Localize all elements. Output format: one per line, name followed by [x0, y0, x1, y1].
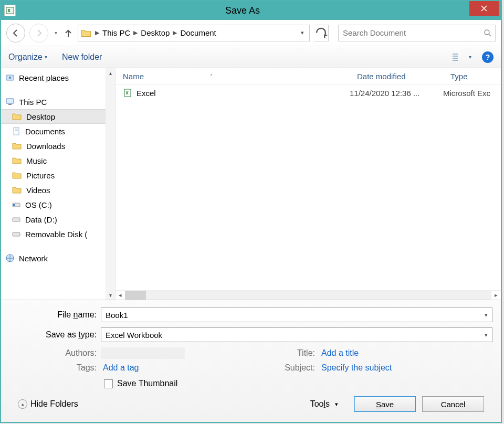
dialog-footer: ▴ Hide Folders Tools ▾ Save Cancel	[9, 391, 492, 417]
network-icon	[5, 253, 15, 263]
tree-music[interactable]: Music	[1, 153, 106, 168]
breadcrumb-bar[interactable]: ▶ This PC ▶ Desktop ▶ Document ▾	[78, 25, 310, 41]
up-button[interactable]	[63, 28, 74, 38]
breadcrumb-this-pc[interactable]: This PC	[100, 28, 132, 37]
save-thumbnail-checkbox[interactable]	[104, 379, 113, 388]
computer-icon	[5, 97, 15, 107]
back-button[interactable]	[6, 24, 25, 43]
tree-drive-d[interactable]: Data (D:)	[1, 212, 106, 227]
scroll-down-icon[interactable]: ▾	[109, 290, 112, 300]
tree-recent-places[interactable]: Recent places	[1, 70, 106, 85]
column-name[interactable]: Name ˄	[116, 72, 350, 81]
scroll-left-icon[interactable]: ◂	[116, 292, 125, 299]
tree-documents[interactable]: Documents	[1, 124, 106, 139]
body: Recent places This PC Desktop Documents	[1, 68, 501, 300]
hide-folders-button[interactable]: Hide Folders	[30, 399, 78, 409]
file-list: Name ˄ Date modified Type Excel 11/24/20…	[116, 68, 501, 300]
scroll-up-icon[interactable]: ▴	[109, 68, 112, 78]
search-input[interactable]	[342, 28, 484, 38]
tree-desktop[interactable]: Desktop	[1, 109, 106, 124]
folder-icon	[12, 141, 22, 151]
recent-places-icon	[5, 73, 15, 82]
svg-rect-11	[14, 128, 19, 135]
save-thumbnail-label: Save Thumbnail	[117, 379, 177, 388]
folder-icon	[12, 155, 22, 166]
subject-label: Subject:	[270, 363, 315, 373]
excel-app-icon	[4, 5, 16, 16]
svg-rect-19	[124, 89, 131, 97]
scrollbar-thumb[interactable]	[125, 291, 146, 300]
column-type[interactable]: Type	[443, 72, 501, 81]
sort-indicator-icon: ˄	[210, 73, 213, 79]
chevron-down-icon: ▾	[335, 401, 338, 408]
collapse-icon[interactable]: ▴	[18, 399, 27, 409]
chevron-down-icon: ▾	[45, 54, 47, 60]
saveastype-dropdown[interactable]: Excel Workbook ▾	[101, 327, 492, 342]
folder-icon	[12, 185, 22, 195]
filename-input[interactable]: Book1 ▾	[101, 308, 492, 322]
scroll-right-icon[interactable]: ▸	[491, 292, 501, 299]
toolbar: Organize ▾ New folder ▾ ?	[1, 46, 501, 68]
drive-icon	[12, 215, 21, 224]
breadcrumb-desktop[interactable]: Desktop	[139, 28, 172, 37]
subject-field[interactable]: Specify the subject	[319, 362, 403, 374]
file-row[interactable]: Excel 11/24/2020 12:36 ... Microsoft Exc	[116, 85, 501, 101]
search-box[interactable]	[338, 25, 496, 41]
authors-field[interactable]	[101, 347, 185, 359]
close-button[interactable]	[469, 1, 499, 16]
new-folder-button[interactable]: New folder	[62, 52, 102, 62]
tools-menu[interactable]: Tools ▾	[310, 399, 338, 409]
documents-icon	[12, 126, 21, 136]
svg-rect-1	[10, 8, 13, 13]
file-name: Excel	[136, 89, 156, 98]
cancel-button[interactable]: Cancel	[422, 396, 484, 412]
navigation-tree: Recent places This PC Desktop Documents	[1, 68, 116, 300]
title-bar: Save As	[1, 1, 501, 20]
chevron-down-icon[interactable]: ▾	[485, 312, 488, 319]
svg-point-8	[9, 77, 11, 79]
column-date[interactable]: Date modified	[350, 72, 443, 81]
tree-removable-disk[interactable]: Removable Disk (	[1, 227, 106, 241]
drive-icon	[12, 200, 21, 209]
refresh-button[interactable]	[314, 25, 329, 41]
save-button[interactable]: Save	[354, 396, 416, 412]
file-rows: Excel 11/24/2020 12:36 ... Microsoft Exc	[116, 85, 501, 290]
navigation-bar: ▾ ▶ This PC ▶ Desktop ▶ Document ▾	[1, 20, 501, 46]
saveastype-label: Save as type:	[9, 330, 97, 340]
drive-icon	[12, 229, 21, 239]
save-as-dialog: Save As ▾ ▶ This PC ▶ Desktop ▶ Document…	[0, 0, 502, 423]
history-dropdown[interactable]: ▾	[52, 30, 59, 36]
svg-rect-9	[6, 99, 14, 103]
help-button[interactable]: ?	[482, 51, 494, 63]
breadcrumb-dropdown[interactable]: ▾	[301, 29, 304, 36]
tree-videos[interactable]: Videos	[1, 183, 106, 197]
title-field[interactable]: Add a title	[319, 347, 403, 359]
title-label: Title:	[270, 348, 315, 358]
tree-downloads[interactable]: Downloads	[1, 139, 106, 153]
svg-rect-15	[13, 204, 15, 206]
dialog-title: Save As	[16, 5, 469, 16]
tree-drive-c[interactable]: OS (C:)	[1, 197, 106, 212]
tree-network[interactable]: Network	[1, 251, 106, 266]
organize-menu[interactable]: Organize ▾	[8, 52, 47, 62]
tree-scrollbar[interactable]: ▴ ▾	[106, 68, 115, 300]
authors-label: Authors:	[9, 348, 97, 358]
tags-label: Tags:	[9, 363, 97, 373]
horizontal-scrollbar[interactable]: ◂ ▸	[116, 290, 501, 300]
forward-button[interactable]	[29, 24, 48, 43]
chevron-right-icon: ▶	[133, 29, 138, 36]
tree-pictures[interactable]: Pictures	[1, 168, 106, 183]
svg-rect-17	[13, 232, 20, 236]
search-icon	[484, 29, 492, 37]
chevron-down-icon[interactable]: ▾	[485, 332, 488, 338]
save-form: File name: Book1 ▾ Save as type: Excel W…	[1, 300, 501, 422]
breadcrumb-document[interactable]: Document	[178, 28, 218, 37]
view-dropdown[interactable]: ▾	[469, 54, 471, 60]
tags-field[interactable]: Add a tag	[101, 362, 185, 374]
file-list-header: Name ˄ Date modified Type	[116, 68, 501, 85]
excel-file-icon	[123, 88, 132, 98]
chevron-right-icon: ▶	[173, 29, 177, 36]
view-options-button[interactable]	[448, 50, 467, 65]
tree-this-pc[interactable]: This PC	[1, 94, 106, 109]
chevron-right-icon: ▶	[95, 29, 99, 36]
